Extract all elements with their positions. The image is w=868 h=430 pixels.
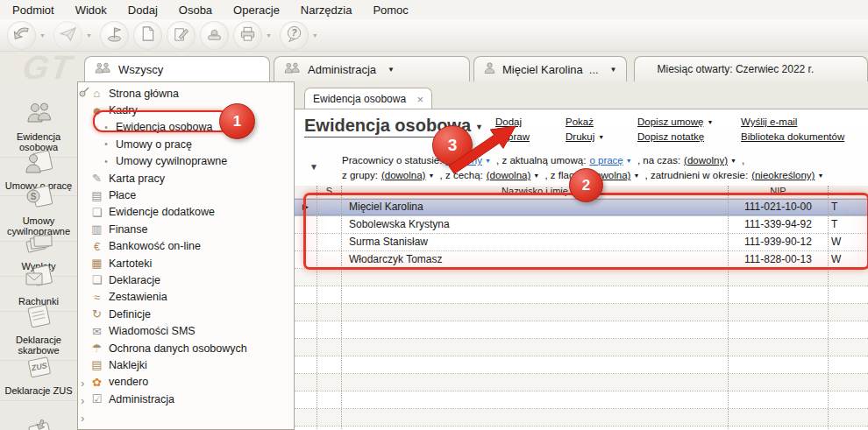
action-link[interactable]: Biblioteka dokumentów▼ bbox=[741, 130, 844, 145]
table-column-header[interactable] bbox=[829, 186, 868, 198]
chevron-down-icon[interactable]: ▼ bbox=[475, 123, 483, 131]
collapsed-panel-expander[interactable]: › bbox=[81, 395, 84, 406]
table-column-header[interactable]: NIP bbox=[729, 186, 829, 198]
table-row[interactable]: ▶ Mięciel Karolina 111-021-10-00 T bbox=[295, 199, 868, 216]
action-link[interactable]: Dodaj▼ bbox=[495, 115, 530, 130]
filter-segment[interactable]: , z cechą:▼ bbox=[437, 170, 482, 180]
dropdown-caret-icon[interactable]: ▼ bbox=[312, 32, 318, 39]
filter-segment[interactable]: aktywny▼ bbox=[442, 155, 493, 166]
tree-item[interactable]: ❏ • Ewidencje dodatkowe bbox=[89, 204, 293, 221]
menu-item[interactable]: Pomoc bbox=[362, 2, 418, 18]
filter-segment[interactable]: Pracownicy o statusie:▼ bbox=[342, 155, 442, 166]
filter-line-1: Pracownicy o statusie:▼aktywny▼ , z aktu… bbox=[342, 155, 744, 166]
tree-item[interactable]: ▥ • Finanse bbox=[89, 221, 293, 237]
table-row[interactable]: ▶ Surma Stanisław 111-939-90-12 W bbox=[295, 234, 868, 251]
tree-item[interactable]: ▤ • Płace bbox=[89, 187, 293, 203]
menu-bar: PodmiotWidokDodajOsobaOperacjeNarzędziaP… bbox=[0, 0, 868, 19]
filter-segment[interactable]: z grupy:▼ bbox=[342, 170, 378, 180]
filter-segment[interactable]: o pracę▼ bbox=[586, 155, 634, 166]
help-button[interactable]: ? bbox=[280, 21, 309, 50]
menu-item[interactable]: Operacje bbox=[223, 2, 290, 18]
table-empty-row bbox=[295, 269, 868, 286]
autohide-pin-icon[interactable] bbox=[79, 85, 89, 101]
table-column-header[interactable] bbox=[295, 186, 317, 198]
filter-segment[interactable]: , z aktualną umową:▼ bbox=[494, 155, 586, 166]
dropdown-caret-icon[interactable]: ▼ bbox=[39, 32, 46, 39]
tree-item[interactable]: • Ewidencja osobowa bbox=[89, 119, 293, 136]
entity-tab-bar: Wszyscy ▼ Administracja ▼ Mięciel Karoli… bbox=[84, 52, 868, 81]
table-empty-row bbox=[295, 426, 868, 430]
document-tab[interactable]: Ewidencja osobowa × bbox=[304, 88, 432, 109]
tree-item[interactable]: • Umowy cywilnoprawne bbox=[89, 153, 293, 170]
print-button[interactable] bbox=[233, 21, 262, 50]
tree-item[interactable]: • Umowy o pracę bbox=[89, 136, 293, 152]
collapsed-panel-expander[interactable]: › bbox=[81, 412, 84, 424]
filter-segment[interactable]: , z flagą:▼ bbox=[542, 170, 583, 180]
edit-button[interactable] bbox=[167, 21, 196, 50]
menu-item[interactable]: Widok bbox=[65, 2, 117, 18]
table-column-header[interactable]: S bbox=[317, 186, 342, 198]
filter-segment[interactable]: , na czas:▼ bbox=[635, 155, 680, 166]
entity-tab[interactable]: Wszyscy ▼ bbox=[84, 56, 270, 81]
filter-segment[interactable]: ,▼ bbox=[739, 155, 744, 166]
stamp-button[interactable] bbox=[200, 21, 229, 50]
chevron-down-icon: ▼ bbox=[730, 158, 736, 164]
tree-item[interactable]: ✎ • Karta pracy bbox=[89, 170, 293, 187]
menu-item[interactable]: Narzędzia bbox=[290, 2, 363, 18]
filter-segment[interactable]: (dowolny)▼ bbox=[680, 155, 739, 166]
table-column-header[interactable]: Nazwisko i imię bbox=[342, 186, 729, 198]
tree-item[interactable]: ▦ • Kartoteki bbox=[89, 255, 293, 271]
tree-item[interactable]: ❏ • Deklaracje bbox=[89, 271, 293, 288]
tree-item[interactable]: ≈ • Zestawienia bbox=[89, 289, 293, 306]
tree-item[interactable]: ⌂ • Strona główna bbox=[89, 85, 293, 102]
chevron-down-icon: ▼ bbox=[533, 173, 539, 179]
filter-collapse-icon[interactable]: ▼ bbox=[309, 162, 318, 172]
action-link[interactable]: Wyślij e-mail▼ bbox=[741, 115, 844, 130]
flag-button[interactable] bbox=[100, 21, 129, 50]
filter-segment[interactable]: , zatrudnieni w okresie:▼ bbox=[642, 170, 748, 180]
dropdown-caret-icon[interactable]: ▼ bbox=[86, 32, 92, 39]
table-row[interactable]: ▶ Włodarczyk Tomasz 111-828-00-13 W bbox=[295, 251, 868, 269]
tree-item[interactable]: ✿ • vendero bbox=[89, 374, 293, 391]
action-link[interactable]: Dopisz umowę▼ bbox=[637, 115, 713, 130]
filter-segment[interactable]: (dowolna)▼ bbox=[483, 170, 542, 180]
new-document-button[interactable] bbox=[133, 21, 162, 50]
action-link[interactable]: Dopisz notatkę▼ bbox=[637, 130, 713, 145]
action-link[interactable]: Pokaż▼ bbox=[566, 115, 604, 130]
chevron-down-icon: ▼ bbox=[817, 173, 823, 179]
chevron-down-icon[interactable]: ▼ bbox=[610, 66, 617, 74]
table-header: SNazwisko i imięNIP bbox=[295, 186, 868, 199]
send-button[interactable] bbox=[53, 21, 82, 50]
filter-segment[interactable]: (nieokreślony)▼ bbox=[748, 170, 826, 180]
module-rail-item[interactable]: ZUS Deklaracje ZUS bbox=[0, 361, 77, 401]
collapsed-panel-expander[interactable]: › bbox=[81, 377, 84, 389]
open-month-panel[interactable]: Miesiąc otwarty: Czerwiec 2022 r. bbox=[634, 56, 868, 81]
menu-item[interactable]: Podmiot bbox=[2, 2, 65, 18]
module-rail-item[interactable]: Deklaracje skarbowe bbox=[0, 312, 77, 361]
entity-tab[interactable]: Administracja ▼ bbox=[274, 56, 470, 81]
page-title[interactable]: Ewidencja osobowa ▼ bbox=[304, 116, 483, 137]
table-empty-row bbox=[295, 339, 868, 356]
entity-tab[interactable]: Mięciel Karolina ... ▼ bbox=[473, 56, 627, 81]
tree-item[interactable]: ▤ • Naklejki bbox=[89, 356, 293, 373]
table-row[interactable]: ▶ Sobolewska Krystyna 111-339-94-92 T bbox=[295, 216, 868, 234]
menu-item[interactable]: Osoba bbox=[168, 2, 223, 18]
operations-arrow-button[interactable] bbox=[7, 21, 36, 50]
filter-segment[interactable]: (dowolna)▼ bbox=[583, 170, 642, 180]
module-rail-item[interactable]: Ewidencja osobowa bbox=[0, 81, 77, 158]
action-link[interactable]: Drukuj▼ bbox=[566, 130, 604, 145]
action-link[interactable]: Popraw▼ bbox=[495, 130, 530, 145]
dropdown-caret-icon[interactable]: ▼ bbox=[266, 32, 272, 39]
close-icon[interactable]: × bbox=[416, 94, 423, 105]
table-empty-row bbox=[295, 304, 868, 321]
tree-item[interactable]: ↻ • Definicje bbox=[89, 306, 293, 322]
chevron-down-icon[interactable]: ▼ bbox=[388, 66, 395, 74]
menu-item[interactable]: Dodaj bbox=[117, 2, 168, 18]
tree-item[interactable]: € • Bankowość on-line bbox=[89, 238, 293, 255]
module-rail-item[interactable]: SMS bbox=[0, 401, 77, 430]
tree-item[interactable]: ☑ • Administracja bbox=[89, 391, 293, 407]
filter-segment[interactable]: (dowolna)▼ bbox=[378, 170, 437, 180]
tree-item[interactable]: ☻ • Kadry bbox=[89, 102, 293, 118]
tree-item[interactable]: ✉ • Wiadomości SMS bbox=[89, 322, 293, 339]
tree-item[interactable]: ☂ • Ochrona danych osobowych bbox=[89, 340, 293, 356]
